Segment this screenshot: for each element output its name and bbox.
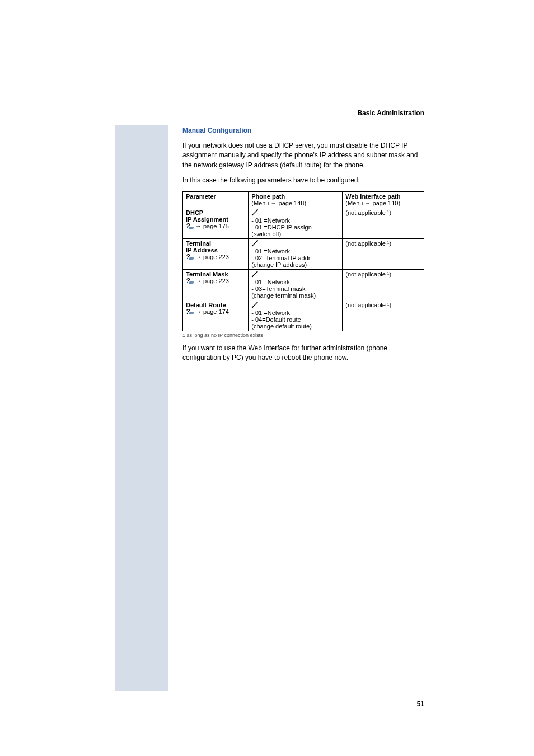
screwdriver-icon [251, 209, 259, 216]
cell-phone-path: - 01 =Network- 02=Terminal IP addr.(chan… [249, 238, 343, 269]
th-phone-path: Phone path (Menu → page 148) [249, 191, 343, 208]
cell-parameter: Default Route → page 174 [183, 300, 249, 331]
page-reference: → page 174 [186, 308, 229, 315]
screwdriver-icon [251, 302, 259, 308]
closing-paragraph: If you want to use the Web Interface for… [182, 344, 424, 363]
svg-point-5 [252, 245, 253, 246]
svg-point-2 [252, 214, 253, 215]
page-reference: → page 175 [186, 223, 229, 229]
cell-parameter: TerminalIP Address → page 223 [183, 238, 249, 269]
cell-parameter: Terminal Mask → page 223 [183, 269, 249, 300]
cell-parameter: DHCPIP Assignment → page 175 [183, 208, 249, 238]
cell-web-path: (not applicable ¹) [343, 300, 424, 331]
cell-web-path: (not applicable ¹) [343, 269, 424, 300]
intro-paragraph: If your network does not use a DHCP serv… [182, 141, 424, 170]
svg-line-6 [252, 272, 257, 276]
svg-line-3 [252, 241, 257, 246]
cell-web-path: (not applicable ¹) [343, 238, 424, 269]
sidebar-column [115, 125, 168, 691]
svg-point-11 [252, 306, 253, 307]
page-reference: → page 223 [186, 278, 229, 284]
page-reference: → page 223 [186, 253, 229, 260]
cell-web-path: (not applicable ¹) [343, 208, 424, 238]
table-row: DHCPIP Assignment → page 175- 01 =Networ… [183, 208, 424, 238]
svg-line-9 [252, 303, 257, 307]
header-title: Basic Administration [357, 109, 424, 117]
question-icon [186, 253, 194, 260]
section-heading: Manual Configuration [182, 126, 424, 134]
page-number: 51 [417, 700, 424, 708]
question-icon [186, 308, 194, 315]
content-area: Manual Configuration If your network doe… [182, 126, 424, 368]
cell-phone-path: - 01 =Network- 01 =DHCP IP assign(switch… [249, 208, 343, 238]
th-web-path: Web Interface path (Menu → page 110) [343, 191, 424, 208]
screwdriver-icon [251, 240, 259, 247]
cell-phone-path: - 01 =Network- 03=Terminal mask(change t… [249, 269, 343, 300]
th-parameter: Parameter [183, 191, 249, 208]
table-row: TerminalIP Address → page 223- 01 =Netwo… [183, 238, 424, 269]
parameter-table: Parameter Phone path (Menu → page 148) W… [182, 191, 424, 331]
table-footnote: 1 as long as no IP connection exists [182, 332, 424, 338]
table-row: Terminal Mask → page 223- 01 =Network- 0… [183, 269, 424, 300]
screwdriver-icon [251, 271, 259, 278]
question-icon [186, 223, 194, 229]
svg-line-0 [252, 210, 257, 215]
header-bar: Basic Administration [115, 104, 424, 118]
cell-phone-path: - 01 =Network- 04=Default route(change d… [249, 300, 343, 331]
svg-point-8 [252, 275, 253, 276]
question-icon [186, 278, 194, 284]
table-row: Default Route → page 174- 01 =Network- 0… [183, 300, 424, 331]
lead-paragraph: In this case the following parameters ha… [182, 176, 424, 185]
